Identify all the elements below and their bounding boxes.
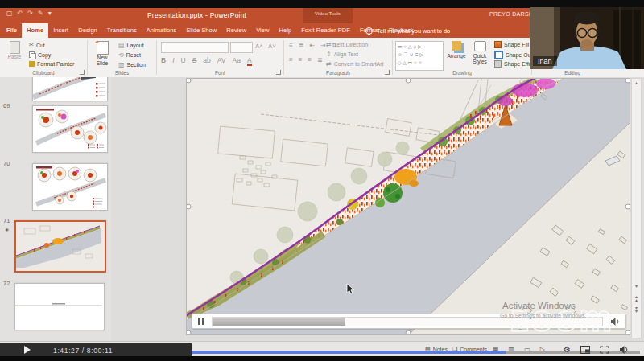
scroll-down-icon[interactable]: ▾ <box>635 283 638 289</box>
text-direction-button[interactable]: ⇄ Text Direction <box>326 41 368 48</box>
shape-fill-icon <box>494 41 502 48</box>
next-slide-icon2[interactable]: ▾ <box>635 310 638 313</box>
arrange-label: Arrange <box>446 53 467 59</box>
layout-icon: ▤ <box>118 42 125 49</box>
strikethrough-button[interactable]: S <box>192 56 197 66</box>
qat-customize-icon[interactable]: ▾ <box>48 10 52 17</box>
thumbnail-slide-72[interactable] <box>14 283 105 330</box>
cut-button[interactable]: ✂ Cut <box>29 42 45 48</box>
slide-number-70: 70 <box>3 160 10 167</box>
clipboard-dialog-launcher[interactable] <box>80 70 85 75</box>
tab-help[interactable]: Help <box>275 23 297 38</box>
thumbnail-slide-68-partial[interactable] <box>32 77 108 101</box>
slide-number-69: 69 <box>3 102 10 109</box>
paste-label: Paste <box>5 54 24 59</box>
reset-icon: ⟲ <box>118 51 124 59</box>
align-text-button[interactable]: ⇕ Align Text <box>326 51 358 58</box>
tab-review[interactable]: Review <box>221 23 251 38</box>
fullscreen-icon[interactable] <box>600 346 609 354</box>
increase-indent-icon[interactable]: ⇥ <box>320 42 326 49</box>
underline-button[interactable]: U <box>181 56 186 66</box>
shapes-gallery[interactable]: ▭ ○ △ ◇ ▷ ☆ ⌒ ∪ ⊂ ▷ ◇ △ ▭ ○ ☆ <box>395 41 444 71</box>
scroll-up-icon[interactable]: ▴ <box>635 80 638 85</box>
tab-slide-show[interactable]: Slide Show <box>181 23 221 38</box>
bottom-letterbox <box>0 356 644 361</box>
thumbnail-70-graphic <box>33 164 107 210</box>
shapes-row-3: ◇ △ ▭ ○ ☆ <box>398 59 441 67</box>
change-case-button[interactable]: Aa <box>233 56 241 66</box>
copy-button[interactable]: Copy <box>29 51 51 59</box>
tab-animations[interactable]: Animations <box>142 23 182 38</box>
webcam-video-tile[interactable]: Inan <box>530 7 644 69</box>
thumbnail-slide-70[interactable] <box>32 163 108 211</box>
text-direction-label: Text Direction <box>334 42 368 47</box>
tab-design[interactable]: Design <box>73 23 102 38</box>
text-shadow-button[interactable]: ab <box>203 56 210 66</box>
ribbon-tabs: File Home Insert Design Transitions Anim… <box>2 23 419 38</box>
align-left-icon[interactable]: ≡ <box>289 56 293 64</box>
bullets-icon[interactable]: ≡ <box>289 42 293 49</box>
player-settings-gear-icon[interactable]: ⚙ <box>564 345 571 354</box>
undo-icon[interactable]: ↶ <box>18 10 23 17</box>
numbering-icon[interactable]: ≣ <box>299 42 304 49</box>
paste-button[interactable]: Paste <box>5 41 24 68</box>
convert-to-smartart-button[interactable]: ⇄ Convert to SmartArt <box>326 60 384 68</box>
character-spacing-button[interactable]: AV <box>217 56 226 66</box>
arrange-button[interactable]: Arrange <box>446 41 467 59</box>
slide-vertical-scrollbar[interactable]: ▴ ▾ ▴ ▴ ▾ ▾ <box>631 78 642 338</box>
decrease-indent-icon[interactable]: ⇤ <box>309 42 315 49</box>
italic-button[interactable]: I <box>172 56 174 66</box>
justify-icon[interactable]: ≣ <box>317 56 323 64</box>
glasses-left <box>578 29 587 38</box>
layout-button[interactable]: ▤ Layout <box>118 42 144 49</box>
pause-button[interactable] <box>198 318 204 325</box>
section-icon: ▥ <box>118 61 125 68</box>
slide-canvas[interactable] <box>187 79 630 334</box>
font-group: A˄ A˅ B I U S ab AV Aa A Font <box>157 38 283 77</box>
new-slide-button[interactable]: ✦ New Slide <box>91 41 114 66</box>
grow-font-icon[interactable]: A˄ <box>255 43 263 50</box>
tab-view[interactable]: View <box>251 23 274 38</box>
tab-file[interactable]: File <box>2 23 22 38</box>
thumbnail-slide-69[interactable] <box>32 105 108 153</box>
glasses-right <box>588 29 597 38</box>
align-text-label: Align Text <box>334 51 358 57</box>
player-volume-icon[interactable] <box>619 346 629 354</box>
shrink-font-icon[interactable]: A˅ <box>268 43 276 50</box>
bold-button[interactable]: B <box>161 56 166 66</box>
redo-icon[interactable]: ↷ <box>27 10 33 17</box>
play-button[interactable] <box>24 346 31 354</box>
draw-icon[interactable]: ✎ <box>38 10 43 17</box>
paragraph-dialog-launcher[interactable] <box>385 70 390 75</box>
quick-styles-button[interactable]: Quick Styles <box>469 41 491 64</box>
format-painter-label: Format Painter <box>37 61 74 67</box>
tab-foxit-reader-pdf[interactable]: Foxit Reader PDF <box>296 23 355 38</box>
miniplayer-icon[interactable] <box>580 346 590 354</box>
font-size-combo[interactable] <box>230 42 253 53</box>
font-name-combo[interactable] <box>161 42 229 53</box>
shape-fill-button[interactable]: Shape Fill <box>494 41 529 48</box>
section-button[interactable]: ▥ Section <box>118 61 146 68</box>
shapes-row-2: ☆ ⌒ ∪ ⊂ ▷ <box>398 51 441 59</box>
align-center-icon[interactable]: ≡ <box>299 56 303 64</box>
playback-time: 1:41:27 / 8:00:11 <box>53 347 113 355</box>
window-title: Presentation.pptx - PowerPoint <box>147 11 246 19</box>
tab-insert[interactable]: Insert <box>48 23 73 38</box>
site-plan-illustration <box>187 79 630 334</box>
slide-number-72: 72 <box>3 280 10 287</box>
align-right-icon[interactable]: ≡ <box>308 56 312 64</box>
shapes-row-1: ▭ ○ △ ◇ ▷ <box>398 43 441 51</box>
tab-transitions[interactable]: Transitions <box>102 23 142 38</box>
reset-button[interactable]: ⟲ Reset <box>118 51 141 59</box>
thumbnail-slide-71-selected[interactable] <box>14 220 106 273</box>
font-dialog-launcher[interactable] <box>276 70 281 75</box>
save-icon[interactable]: ▢ <box>6 10 13 17</box>
previous-slide-icon2[interactable]: ▴ <box>635 298 638 302</box>
drawing-group-label: Drawing <box>393 70 531 76</box>
format-painter-button[interactable]: Format Painter <box>29 61 74 67</box>
format-painter-icon <box>29 61 35 67</box>
tab-home[interactable]: Home <box>22 23 48 38</box>
tell-me-box[interactable]: Tell me what you want to do <box>359 23 450 38</box>
hair <box>574 11 600 25</box>
font-color-button[interactable]: A <box>247 56 252 66</box>
